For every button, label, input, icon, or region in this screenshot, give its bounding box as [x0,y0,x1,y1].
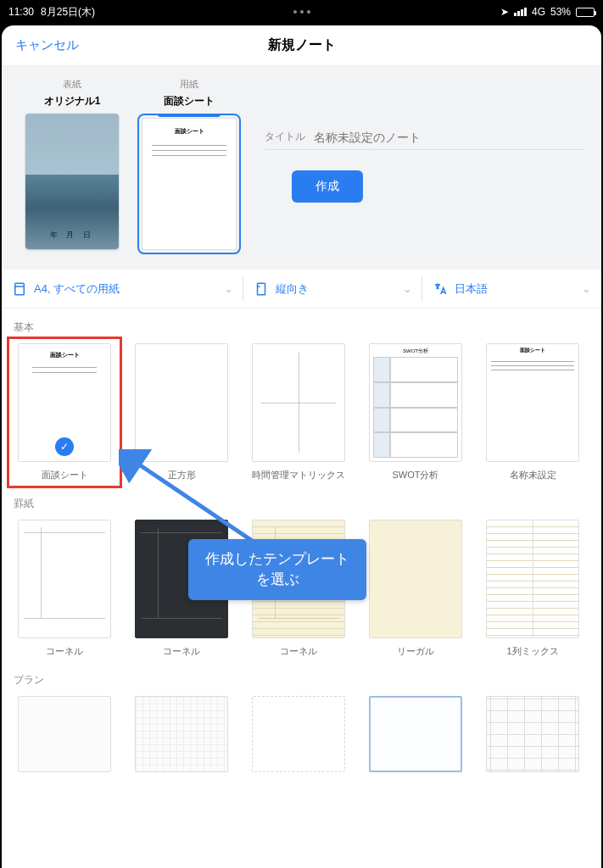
paper-thumb-title: 面談シート [175,127,204,136]
swot-thumb-title: SWOT分析 [403,348,428,355]
section-plan: プラン [2,661,601,772]
network-label: 4G [532,6,545,18]
template-caption: コーネル [46,645,83,658]
svg-rect-1 [258,283,265,295]
section-basic: 基本 面談シート ✓ 面談シート 正方形 時間管理マトリックス SWOT [2,309,601,485]
template-caption: 面談シート [42,469,88,481]
new-note-sheet: キャンセル 新規ノート 表紙 オリジナル1 年 月 日 用紙 面談シート 面談シ… [2,25,601,868]
template-legal[interactable]: リーガル [365,520,466,658]
paper-label: 用紙 [180,78,198,91]
svg-rect-0 [15,283,25,295]
create-button[interactable]: 作成 [292,170,363,203]
language-selector[interactable]: 日本語 ⌄ [422,270,601,308]
thumb-title: 面談シート [50,351,80,359]
template-plan-1[interactable] [14,696,115,772]
page-title: 新規ノート [268,36,336,54]
template-interview-sheet[interactable]: 面談シート ✓ 面談シート [14,343,115,481]
chevron-down-icon: ⌄ [403,282,412,295]
cover-label: 表紙 [63,78,81,91]
paper-size-selector[interactable]: A4, すべての用紙 ⌄ [2,270,243,308]
template-caption: コーネル [280,645,317,658]
cover-thumbnail[interactable]: 年 月 日 [25,114,119,249]
template-caption: 正方形 [168,469,196,481]
annotation-line2: を選ぶ [256,571,299,587]
title-input[interactable] [314,131,584,144]
signal-icon [514,8,527,16]
template-time-matrix[interactable]: 時間管理マトリックス [248,343,349,481]
cover-name: オリジナル1 [44,94,101,108]
cover-column[interactable]: 表紙 オリジナル1 年 月 日 [25,78,119,254]
orientation-selector[interactable]: 縦向き ⌄ [243,270,422,308]
paper-size-icon [12,281,27,297]
template-one-column-mix[interactable]: 1列ミックス [482,520,583,658]
template-caption: 時間管理マトリックス [252,469,345,481]
paper-size-label: A4, すべての用紙 [34,281,120,297]
cancel-button[interactable]: キャンセル [15,37,79,53]
orientation-icon [254,281,269,297]
template-plan-4[interactable] [365,696,466,772]
multitask-dots [293,10,310,14]
template-plan-3[interactable] [248,696,349,772]
template-swot[interactable]: SWOT分析 SWOT分析 [365,343,466,481]
chevron-down-icon: ⌄ [224,282,233,295]
template-plan-2[interactable] [131,696,232,772]
section-lined-title: 罫紙 [14,497,589,511]
status-bar: 11:30 8月25日(木) ➤ 4G 53% [0,0,603,24]
nav-bar: キャンセル 新規ノート [2,25,601,66]
options-row: A4, すべての用紙 ⌄ 縦向き ⌄ 日本語 ⌄ [2,270,601,309]
annotation-line1: 作成したテンプレート [205,551,349,567]
template-caption: SWOT分析 [393,469,439,481]
check-icon: ✓ [55,437,74,456]
battery-icon [576,8,595,17]
template-plan-5[interactable] [482,696,583,772]
location-icon: ➤ [500,6,509,18]
cover-date-text: 年 月 日 [25,230,119,241]
status-time: 11:30 [8,6,34,18]
template-square[interactable]: 正方形 [131,343,232,481]
paper-card-selected[interactable]: 面談シート [137,114,241,254]
template-cornell-white[interactable]: コーネル [14,520,115,658]
template-caption: コーネル [163,645,200,658]
section-plan-title: プラン [14,673,589,687]
paper-column[interactable]: 用紙 面談シート 面談シート [137,78,241,254]
template-caption: 1列ミックス [506,645,558,658]
template-caption: 名称未設定 [510,469,556,481]
language-label: 日本語 [455,281,488,297]
title-label: タイトル [265,130,305,144]
title-field-row[interactable]: タイトル [265,130,584,150]
language-icon [433,281,448,297]
orientation-label: 縦向き [276,281,309,297]
annotation-callout: 作成したテンプレート を選ぶ [188,539,366,600]
battery-pct: 53% [550,6,571,18]
hero-panel: 表紙 オリジナル1 年 月 日 用紙 面談シート 面談シート タイトル 作成 [2,66,601,270]
template-caption: リーガル [397,645,434,658]
template-untitled[interactable]: 面談シート 名称未設定 [482,343,583,481]
section-basic-title: 基本 [14,320,589,335]
chevron-down-icon: ⌄ [582,282,591,295]
paper-name: 面談シート [164,94,215,108]
status-date: 8月25日(木) [41,5,95,19]
